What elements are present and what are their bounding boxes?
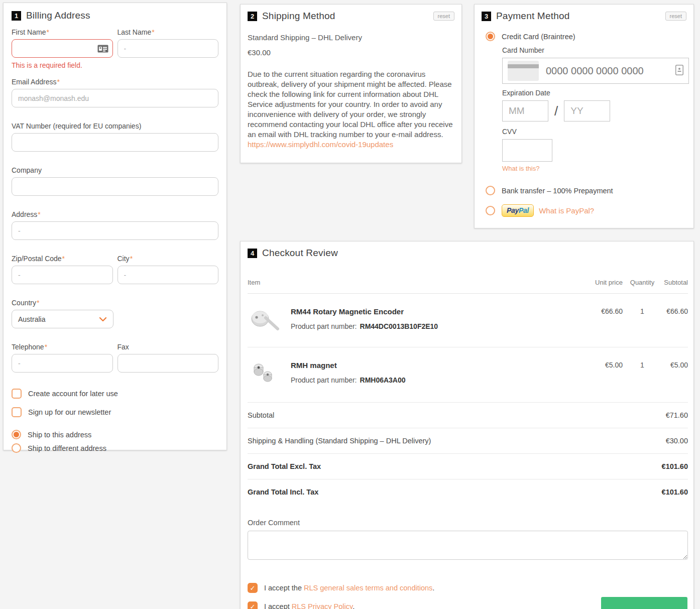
terms-link[interactable]: RLS general sales terms and conditions (304, 584, 432, 592)
vat-label: VAT Number (required for EU companies) (12, 122, 218, 130)
col-header-subtotal: Subtotal (662, 279, 688, 286)
item-name: RM44 Rotary Magnetic Encoder (291, 307, 438, 316)
col-header-quantity: Quantity (623, 279, 662, 286)
paypal-logo: PayPal (502, 204, 534, 217)
last-name-label: Last Name* (118, 28, 219, 36)
shipping-method-name: Standard Shipping – DHL Delivery (248, 33, 454, 42)
check-icon: ✓ (250, 603, 256, 609)
credit-card-radio[interactable] (486, 32, 495, 41)
bank-transfer-radio[interactable] (486, 186, 495, 195)
step-badge-2: 2 (248, 12, 257, 21)
expiry-year-input[interactable] (564, 100, 610, 121)
card-number-input[interactable] (539, 65, 675, 77)
item-part-number: Product part number:RM44DC0013B10F2E10 (291, 322, 438, 330)
ship-this-address-radio-row[interactable]: Ship to this address (12, 430, 218, 439)
ship-different-address-radio-row[interactable]: Ship to different address (12, 443, 218, 453)
terms-checkbox[interactable]: ✓ (248, 583, 258, 593)
dhl-covid-link[interactable]: https://www.simplydhl.com/covid-19update… (248, 140, 393, 149)
email-input[interactable] (12, 89, 218, 107)
shipping-method-price: €30.00 (248, 48, 454, 57)
grand-total-excl-label: Grand Total Excl. Tax (248, 462, 321, 470)
company-input[interactable] (12, 177, 218, 196)
last-name-input[interactable] (118, 39, 219, 58)
expiry-slash: / (554, 103, 558, 119)
card-number-label: Card Number (502, 46, 686, 54)
telephone-input[interactable] (12, 354, 113, 373)
zip-input[interactable] (12, 266, 113, 284)
first-name-label: First Name* (12, 28, 113, 36)
fax-input[interactable] (118, 354, 219, 373)
credit-card-radio-row[interactable]: Credit Card (Braintree) (486, 32, 686, 41)
cvv-input[interactable] (502, 139, 552, 162)
newsletter-checkbox-row[interactable]: Sign up for our newsletter (12, 407, 218, 417)
col-header-unit-price: Unit price (577, 279, 623, 286)
newsletter-label: Sign up for our newsletter (28, 408, 111, 416)
item-subtotal: €5.00 (662, 356, 688, 369)
company-label: Company (12, 166, 218, 174)
subtotal-row: Subtotal €71.60 (248, 403, 688, 428)
fax-label: Fax (118, 343, 219, 351)
privacy-checkbox[interactable]: ✓ (248, 601, 258, 609)
review-table-header: Item Unit price Quantity Subtotal (248, 266, 688, 294)
review-title: Checkout Review (262, 248, 338, 259)
ship-this-address-radio[interactable] (12, 430, 21, 439)
credit-card-icon (508, 61, 539, 81)
table-row: RMH magnet Product part number:RMH06A3A0… (248, 347, 688, 403)
telephone-label: Telephone* (12, 343, 113, 351)
terms-checkbox-row[interactable]: ✓ I accept the RLS general sales terms a… (248, 583, 688, 593)
item-part-number: Product part number:RMH06A3A00 (291, 376, 406, 384)
payment-reset-button[interactable]: reset (665, 12, 686, 21)
checkout-page: 1 Billing Address First Name* This is a … (0, 0, 700, 609)
expiry-month-input[interactable] (502, 100, 548, 121)
first-name-error: This is a required field. (12, 61, 113, 69)
paypal-radio-row[interactable]: PayPal What is PayPal? (486, 204, 686, 217)
first-name-input[interactable] (12, 39, 113, 58)
ship-this-address-label: Ship to this address (28, 431, 91, 439)
create-account-checkbox[interactable] (12, 389, 22, 399)
billing-title: Billing Address (26, 10, 90, 21)
billing-header: 1 Billing Address (12, 10, 218, 21)
card-number-field[interactable] (502, 58, 689, 84)
address-input[interactable] (12, 221, 218, 240)
email-label: Email Address* (12, 78, 218, 86)
privacy-link[interactable]: RLS Privacy Policy (292, 602, 353, 609)
country-label: Country* (12, 299, 218, 307)
subtotal-value: €71.60 (666, 411, 688, 419)
ship-different-address-radio[interactable] (12, 443, 21, 453)
cvv-what-is-this-link[interactable]: What is this? (502, 165, 539, 172)
paypal-radio[interactable] (486, 206, 495, 215)
product-image-magnet (248, 356, 280, 389)
bank-transfer-label: Bank transfer – 100% Prepayment (502, 187, 613, 195)
city-input[interactable] (118, 266, 219, 284)
vat-input[interactable] (12, 133, 218, 152)
newsletter-checkbox[interactable] (12, 407, 22, 417)
step-badge-4: 4 (248, 249, 257, 258)
address-label: Address* (12, 210, 218, 218)
billing-address-panel: 1 Billing Address First Name* This is a … (3, 3, 227, 450)
payment-header: 3 Payment Method reset (482, 11, 686, 22)
shipping-reset-button[interactable]: reset (433, 12, 454, 21)
item-name: RMH magnet (291, 361, 406, 370)
cvv-label: CVV (502, 128, 686, 136)
grand-total-excl-value: €101.60 (662, 462, 688, 470)
order-comment-textarea[interactable] (248, 531, 688, 560)
what-is-paypal-link[interactable]: What is PayPal? (539, 206, 594, 215)
review-header: 4 Checkout Review (248, 248, 688, 259)
product-image-encoder (248, 303, 280, 335)
expiration-date-label: Expiration Date (502, 89, 686, 97)
privacy-text: I accept RLS Privacy Policy. (264, 602, 355, 609)
create-account-label: Create account for later use (28, 390, 118, 398)
country-select[interactable]: Australia (12, 310, 113, 328)
shipping-title: Shipping Method (262, 11, 335, 22)
bank-transfer-radio-row[interactable]: Bank transfer – 100% Prepayment (486, 186, 686, 195)
checkout-review-panel: 4 Checkout Review Item Unit price Quanti… (240, 241, 694, 609)
check-icon: ✓ (250, 585, 256, 591)
item-subtotal: €66.60 (662, 303, 688, 315)
place-order-button[interactable] (601, 597, 687, 609)
shipping-handling-row: Shipping & Handling (Standard Shipping –… (248, 428, 688, 454)
create-account-checkbox-row[interactable]: Create account for later use (12, 389, 218, 399)
step-badge-1: 1 (12, 11, 21, 21)
shipping-handling-label: Shipping & Handling (Standard Shipping –… (248, 437, 431, 445)
grand-total-incl-label: Grand Total Incl. Tax (248, 488, 318, 496)
country-selected-value: Australia (18, 315, 45, 323)
